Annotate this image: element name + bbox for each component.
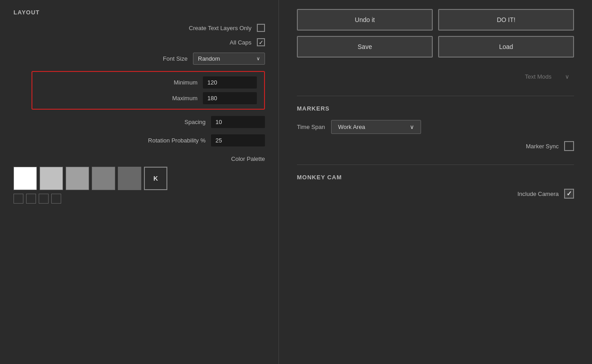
rotation-probability-label: Rotation Probability % <box>13 137 206 144</box>
marker-sync-row: Marker Sync <box>297 141 574 151</box>
rotation-probability-input[interactable] <box>211 134 265 146</box>
color-checkbox-3[interactable] <box>39 194 49 204</box>
font-size-row: Font Size Random ∨ <box>13 53 265 65</box>
spacing-input[interactable] <box>211 116 265 128</box>
time-span-chevron-icon: ∨ <box>410 124 414 130</box>
font-size-value: Random <box>198 55 220 62</box>
color-swatch-gray1[interactable] <box>40 167 63 190</box>
maximum-row: Maximum <box>40 92 257 104</box>
font-size-label: Font Size <box>163 55 188 62</box>
right-panel: Undo it DO IT! Save Load Text Mods ∨ MAR… <box>279 0 592 364</box>
marker-sync-checkbox[interactable] <box>564 141 574 151</box>
min-max-section: Minimum Maximum <box>31 71 265 110</box>
layout-title: LAYOUT <box>13 9 265 16</box>
divider-1 <box>297 96 574 96</box>
font-size-dropdown[interactable]: Random ∨ <box>193 53 265 65</box>
spacing-row: Spacing <box>13 116 265 128</box>
all-caps-row: All Caps <box>13 38 265 46</box>
markers-section: MARKERS Time Span Work Area ∨ Marker Syn… <box>297 105 574 151</box>
minimum-label: Minimum <box>161 79 197 86</box>
load-button[interactable]: Load <box>438 36 574 58</box>
rotation-probability-row: Rotation Probability % <box>13 134 265 146</box>
maximum-label: Maximum <box>161 95 197 102</box>
create-text-layers-label: Create Text Layers Only <box>189 25 251 31</box>
left-panel: LAYOUT Create Text Layers Only All Caps … <box>0 0 279 364</box>
action-buttons: Undo it DO IT! Save Load <box>297 9 574 58</box>
color-swatch-gray3[interactable] <box>92 167 115 190</box>
color-swatches-row: K <box>13 167 265 190</box>
undo-button[interactable]: Undo it <box>297 9 433 31</box>
color-checkbox-2[interactable] <box>26 194 36 204</box>
text-mods-label: Text Mods <box>525 73 552 80</box>
color-swatch-gray2[interactable] <box>66 167 89 190</box>
color-checkbox-1[interactable] <box>13 194 23 204</box>
time-span-value: Work Area <box>338 124 365 130</box>
save-button[interactable]: Save <box>297 36 433 58</box>
do-it-button[interactable]: DO IT! <box>438 9 574 31</box>
time-span-label: Time Span <box>297 124 325 130</box>
include-camera-checkbox[interactable] <box>564 189 574 199</box>
divider-2 <box>297 164 574 165</box>
markers-title: MARKERS <box>297 105 574 112</box>
text-mods-chevron-icon: ∨ <box>565 73 570 80</box>
time-span-row: Time Span Work Area ∨ <box>297 120 574 134</box>
time-span-dropdown[interactable]: Work Area ∨ <box>331 120 421 134</box>
text-mods-dropdown[interactable]: Text Mods ∨ <box>520 71 574 82</box>
color-checkbox-4[interactable] <box>51 194 61 204</box>
color-swatch-white[interactable] <box>13 167 37 190</box>
minimum-row: Minimum <box>40 76 257 89</box>
all-caps-checkbox[interactable] <box>257 38 265 46</box>
color-swatch-gray4[interactable] <box>118 167 141 190</box>
include-camera-row: Include Camera <box>297 189 574 199</box>
monkey-cam-title: MONKEY CAM <box>297 174 574 181</box>
monkey-cam-section: MONKEY CAM Include Camera <box>297 174 574 199</box>
color-palette-label: Color Palette <box>13 155 265 162</box>
all-caps-label: All Caps <box>230 39 251 46</box>
spacing-label: Spacing <box>184 119 206 125</box>
minimum-input[interactable] <box>203 76 257 89</box>
color-swatch-k[interactable]: K <box>144 167 167 190</box>
include-camera-label: Include Camera <box>517 191 559 197</box>
text-mods-row: Text Mods ∨ <box>297 71 574 82</box>
marker-sync-label: Marker Sync <box>526 143 559 150</box>
create-text-layers-checkbox[interactable] <box>257 24 265 32</box>
maximum-input[interactable] <box>203 92 257 104</box>
color-palette-section: Color Palette K <box>13 155 265 204</box>
create-text-layers-row: Create Text Layers Only <box>13 24 265 32</box>
font-size-chevron-icon: ∨ <box>256 56 260 62</box>
color-checkbox-row <box>13 194 265 204</box>
